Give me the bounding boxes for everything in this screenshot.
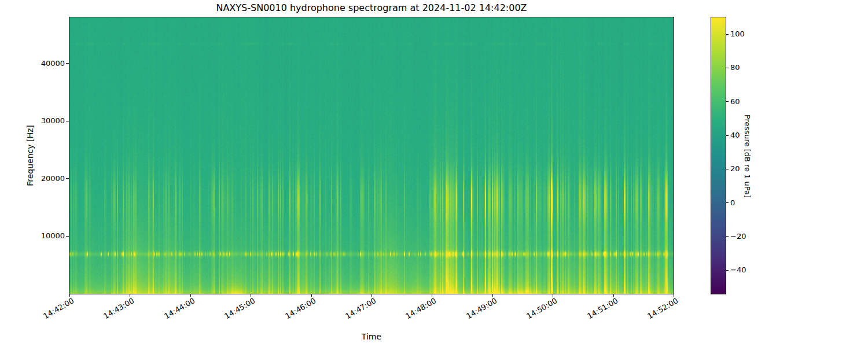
x-tick-label: 14:48:00 [404, 297, 437, 320]
colorbar-tick-label: 60 [730, 98, 740, 106]
x-tick-label: 14:52:00 [646, 297, 679, 320]
colorbar-tick-mark [726, 34, 729, 35]
y-tick-label: 40000 [30, 60, 65, 68]
y-tick-label: 20000 [30, 175, 65, 183]
x-tick-label: 14:46:00 [284, 297, 317, 320]
colorbar-tick-label: −20 [730, 232, 746, 241]
x-tick-label: 14:49:00 [465, 297, 498, 320]
x-tick-label: 14:50:00 [525, 297, 558, 320]
colorbar-tick-label: −40 [730, 266, 746, 274]
colorbar-tick-mark [726, 135, 729, 136]
colorbar-tick-label: 100 [730, 30, 745, 38]
colorbar-tick-mark [726, 270, 729, 271]
plot-area-border [69, 17, 674, 294]
x-tick-label: 14:45:00 [223, 297, 256, 320]
colorbar-gradient [711, 17, 726, 294]
y-tick-mark [66, 178, 69, 179]
colorbar-tick-label: 20 [730, 165, 740, 173]
colorbar-tick-mark [726, 101, 729, 102]
x-tick-label: 14:44:00 [163, 297, 196, 320]
chart-title: NAXYS-SN0010 hydrophone spectrogram at 2… [69, 2, 674, 14]
colorbar-tick-mark [726, 202, 729, 203]
colorbar-label: Pressure [dB re 1 uPa] [743, 115, 752, 198]
colorbar-tick-label: 80 [730, 64, 740, 72]
colorbar-tick-label: 0 [730, 199, 735, 207]
x-tick-label: 14:47:00 [344, 297, 377, 320]
y-tick-label: 10000 [30, 232, 65, 240]
colorbar-tick-mark [726, 236, 729, 237]
y-tick-mark [66, 121, 69, 121]
y-tick-mark [66, 236, 69, 237]
y-tick-label: 30000 [30, 117, 65, 125]
colorbar-tick-label: 40 [730, 131, 740, 139]
x-tick-label: 14:43:00 [102, 297, 135, 320]
y-tick-mark [66, 63, 69, 64]
spectrogram-image [69, 17, 674, 294]
x-tick-label: 14:42:00 [42, 297, 75, 320]
x-tick-label: 14:51:00 [586, 297, 619, 320]
colorbar-border [711, 17, 726, 294]
x-axis-label: Time [69, 332, 674, 341]
colorbar-tick-mark [726, 68, 729, 68]
spectrogram-figure: NAXYS-SN0010 hydrophone spectrogram at 2… [0, 0, 868, 347]
colorbar-tick-mark [726, 169, 729, 169]
